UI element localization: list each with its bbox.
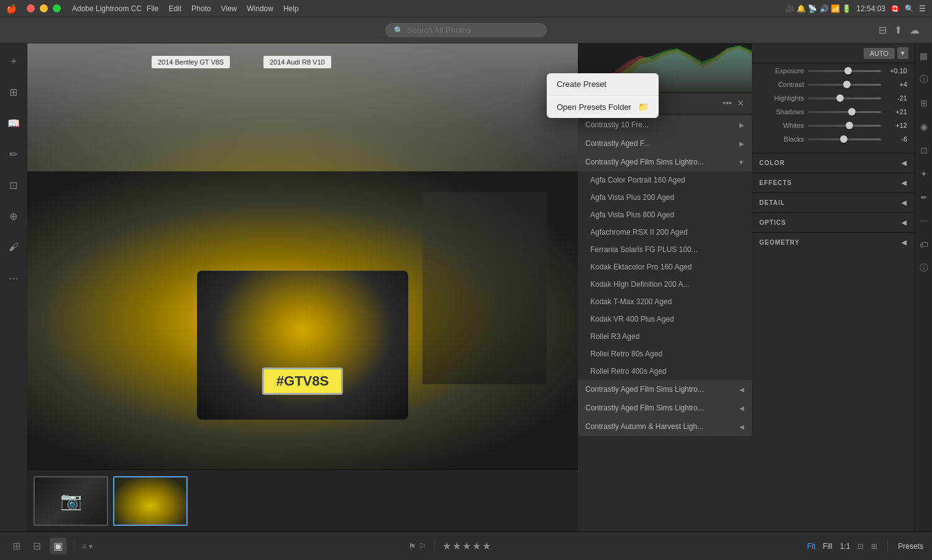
single-view-btn[interactable]: ▣ [50, 538, 66, 554]
preset-group-2[interactable]: Contrastly Aged Film Sims Lightro... ▼ [578, 153, 752, 171]
color-picker-icon[interactable]: ◉ [916, 119, 931, 134]
crop-dev-icon[interactable]: ⊡ [916, 143, 931, 158]
upload-icon[interactable]: ⬆ [894, 24, 902, 36]
list-icon[interactable]: ☰ [919, 4, 926, 13]
star-3[interactable]: ★ [462, 540, 471, 552]
star-4[interactable]: ★ [472, 540, 481, 552]
preset-item-10[interactable]: Rollei Retro 80s Aged [578, 345, 752, 363]
fit-button[interactable]: Fit [807, 542, 815, 551]
search-input[interactable] [407, 25, 531, 35]
star-2[interactable]: ★ [452, 540, 461, 552]
sidebar-pencil-icon[interactable]: ✏ [2, 143, 25, 165]
traffic-red[interactable] [27, 4, 35, 12]
contrast-thumb[interactable] [843, 81, 851, 88]
preset-group-1[interactable]: Contrastly Aged F... ▶ [578, 134, 752, 153]
preset-group-0[interactable]: Contrastly 10 Fre... ▶ [578, 115, 752, 134]
search-system-icon[interactable]: 🔍 [905, 4, 914, 13]
preset-item-1[interactable]: Agfa Vista Plus 200 Aged [578, 189, 752, 206]
sidebar-dots-icon[interactable]: ⋯ [2, 267, 25, 289]
preset-group-3[interactable]: Contrastly Aged Film Sims Lightro... ◀ [578, 380, 752, 399]
auto-button[interactable]: AUTO [864, 48, 895, 59]
sidebar-add-icon[interactable]: ＋ [2, 50, 25, 72]
menu-window[interactable]: Window [247, 4, 273, 13]
shadows-track[interactable] [808, 111, 881, 113]
sort-button[interactable]: ≡ ▾ [82, 542, 93, 551]
adjust-icon[interactable]: ⊞ [916, 96, 931, 111]
traffic-green[interactable] [53, 4, 61, 12]
info-icon[interactable]: ⓘ [916, 72, 931, 87]
exposure-value: +0.10 [885, 67, 907, 75]
search-wrapper[interactable]: 🔍 [385, 23, 547, 37]
presets-close-icon[interactable]: ✕ [737, 98, 744, 108]
geometry-section-header[interactable]: GEOMETRY ◀ [752, 232, 915, 252]
color-section-header[interactable]: COLOR ◀ [752, 153, 915, 173]
preset-item-11[interactable]: Rollei Retro 400s Aged [578, 363, 752, 380]
effects-section-header[interactable]: EFFECTS ◀ [752, 173, 915, 192]
filmstrip-thumb-1[interactable] [113, 476, 188, 526]
grid-view-btn[interactable]: ⊟ [29, 538, 45, 554]
sidebar-grid-icon[interactable]: ⊞ [2, 81, 25, 103]
whites-track[interactable] [808, 125, 881, 127]
info2-icon[interactable]: ⓘ [916, 261, 931, 276]
auto-dropdown-button[interactable]: ▾ [897, 47, 908, 59]
onetoone-button[interactable]: 1:1 [840, 542, 851, 551]
whites-thumb[interactable] [846, 122, 853, 129]
sidebar-healing-icon[interactable]: ⊕ [2, 205, 25, 227]
fill-button[interactable]: Fill [823, 542, 832, 551]
traffic-yellow[interactable] [40, 4, 48, 12]
preset-item-9[interactable]: Rollei R3 Aged [578, 328, 752, 345]
preset-item-5[interactable]: Kodak Ektacolor Pro 160 Aged [578, 258, 752, 276]
preset-item-2[interactable]: Agfa Vista Plus 800 Aged [578, 206, 752, 224]
highlights-track[interactable] [808, 97, 881, 99]
menu-edit[interactable]: Edit [168, 4, 181, 13]
preset-item-8[interactable]: Kodak VR 400 Plus Aged [578, 310, 752, 328]
menu-view[interactable]: View [221, 4, 237, 13]
presets-tab[interactable]: Presets [898, 542, 923, 551]
preset-group-4[interactable]: Contrastly Aged Film Sims Lightro... ◀ [578, 399, 752, 417]
blacks-track[interactable] [808, 138, 881, 140]
cloud-icon[interactable]: ☁ [910, 24, 920, 36]
star-5[interactable]: ★ [482, 540, 491, 552]
preset-group-5[interactable]: Contrastly Autumn & Harvest Ligh... ◀ [578, 417, 752, 436]
sidebar-brush-icon[interactable]: 🖌 [2, 236, 25, 258]
histogram-icon[interactable]: ▦ [916, 48, 931, 63]
preset-group-5-chevron: ◀ [739, 423, 744, 430]
filter-icon[interactable]: ⊟ [879, 24, 887, 36]
highlights-row: Highlights -21 [759, 94, 907, 102]
detail-section-header[interactable]: DETAIL ◀ [752, 192, 915, 212]
exposure-thumb[interactable] [844, 67, 852, 75]
grid-small-view-btn[interactable]: ⊞ [9, 538, 24, 554]
tag-icon[interactable]: 🏷 [916, 237, 931, 252]
bottom-center: ⚑ ⚐ ★ ★ ★ ★ ★ [408, 540, 491, 553]
menu-photo[interactable]: Photo [191, 4, 211, 13]
flag-button[interactable]: ⚑ [408, 541, 416, 551]
filmstrip-thumb-0[interactable]: 📷 [34, 476, 108, 526]
menu-help[interactable]: Help [283, 4, 299, 13]
preset-item-7[interactable]: Kodak T-Max 3200 Aged [578, 293, 752, 310]
blacks-thumb[interactable] [840, 135, 847, 143]
sidebar-crop-icon[interactable]: ⊡ [2, 174, 25, 196]
more-dev-icon[interactable]: ⋯ [916, 214, 931, 228]
optics-section-header[interactable]: OPTICS ◀ [752, 212, 915, 232]
unflag-button[interactable]: ⚐ [419, 541, 427, 551]
brush-dev-icon[interactable]: ✒ [916, 190, 931, 205]
exposure-track[interactable] [808, 70, 881, 72]
create-preset-item[interactable]: Create Preset [547, 73, 659, 96]
preset-item-0[interactable]: Agfa Color Portrait 160 Aged [578, 171, 752, 189]
presets-more-icon[interactable]: ••• [723, 98, 732, 108]
highlights-thumb[interactable] [836, 94, 844, 102]
shadows-thumb[interactable] [848, 108, 856, 115]
open-presets-folder-item[interactable]: Open Presets Folder 📁 [547, 96, 659, 118]
sidebar-book-icon[interactable]: 📖 [2, 112, 25, 134]
divider-2 [434, 540, 435, 553]
menu-file[interactable]: File [147, 4, 158, 13]
contrast-track[interactable] [808, 84, 881, 86]
main-photo[interactable]: 2014 Bentley GT V8S 2014 Audi R8 V10 #GT… [27, 43, 578, 469]
preset-item-6[interactable]: Kodak High Definition 200 A... [578, 276, 752, 293]
compare-split-icon[interactable]: ⊞ [871, 542, 877, 551]
preset-item-3[interactable]: Agfachrome RSX II 200 Aged [578, 224, 752, 241]
preset-item-4[interactable]: Ferrania Solaris FG PLUS 100... [578, 241, 752, 258]
healing-dev-icon[interactable]: ✦ [916, 166, 931, 181]
compare-icon[interactable]: ⊡ [857, 542, 864, 551]
star-1[interactable]: ★ [442, 540, 451, 552]
